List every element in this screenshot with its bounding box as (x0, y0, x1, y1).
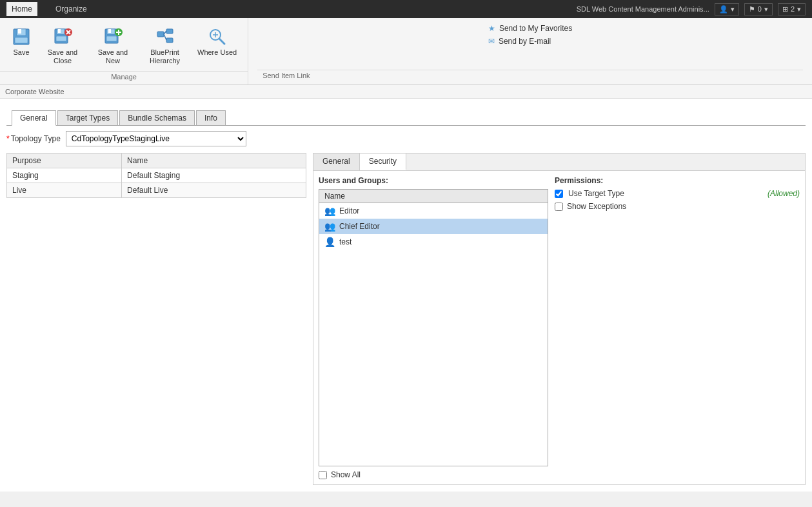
grid-icon: ⊞ (782, 5, 788, 14)
col-name: Name (122, 154, 306, 168)
send-favorites-button[interactable]: ★ Send to My Favorites (488, 22, 572, 35)
svg-rect-13 (108, 29, 111, 33)
required-star: * (6, 134, 10, 143)
flag-icon: ⚑ (749, 5, 755, 14)
permissions-list: Use Target Type (Allowed) (555, 189, 800, 198)
layout-split: Purpose Name Staging Default Staging Liv… (6, 153, 806, 485)
permission-item-use-target-type: Use Target Type (Allowed) (555, 189, 800, 198)
svg-rect-2 (18, 29, 21, 34)
user-button[interactable]: 👤 ▾ (715, 3, 739, 15)
save-close-label: Save and Close (43, 48, 82, 65)
users-list-header: Name (319, 190, 548, 203)
topology-type-label: Topology Type (11, 134, 61, 143)
svg-rect-18 (157, 32, 164, 37)
items-chevron: ▾ (797, 5, 801, 14)
right-panel: General Security Users and Groups: Name … (313, 153, 806, 485)
star-icon: ★ (488, 24, 495, 33)
inner-tabs: General Security (313, 154, 805, 171)
blueprint-button[interactable]: BluePrint Hierarchy (138, 23, 192, 68)
save-button[interactable]: Save (5, 23, 37, 59)
user-item-editor[interactable]: 👥 Editor (319, 203, 548, 219)
notifications-button[interactable]: ⚑ 0 ▾ (744, 3, 773, 15)
save-close-button[interactable]: Save and Close (37, 23, 88, 68)
save-icon (11, 26, 32, 47)
show-exceptions-label: Show Exceptions (567, 202, 626, 211)
items-count: 2 (791, 5, 795, 13)
svg-rect-3 (15, 37, 28, 43)
send-email-button[interactable]: ✉ Send by E-mail (488, 35, 572, 48)
tab-info[interactable]: Info (196, 110, 226, 125)
group-icon: 👥 (324, 221, 335, 232)
svg-rect-14 (106, 36, 117, 41)
users-panel: Users and Groups: Name 👥 Editor 👥 Chief … (319, 176, 548, 476)
inner-tab-security[interactable]: Security (360, 154, 406, 170)
permission-status: (Allowed) (767, 189, 800, 198)
topology-type-select[interactable]: CdTopologyTypeStagingLive (66, 131, 246, 146)
items-button[interactable]: ⊞ 2 ▾ (778, 3, 806, 15)
group-icon: 👥 (324, 206, 335, 216)
tab-home[interactable]: Home (6, 2, 37, 16)
tab-bundle-schemas[interactable]: Bundle Schemas (119, 110, 195, 125)
svg-rect-6 (58, 29, 61, 33)
tab-organize[interactable]: Organize (50, 2, 92, 16)
blueprint-label: BluePrint Hierarchy (144, 48, 186, 65)
table-row[interactable]: Live Default Live (7, 183, 306, 198)
where-used-icon (207, 26, 228, 47)
manage-section-label: Manage (0, 71, 248, 82)
top-bar-tabs: Home Organize (6, 2, 92, 16)
where-used-button[interactable]: Where Used (192, 23, 243, 59)
users-title: Users and Groups: (319, 176, 548, 185)
inner-tab-general[interactable]: General (313, 154, 360, 170)
row-name: Default Staging (122, 168, 306, 183)
save-new-label: Save and New (94, 48, 132, 65)
show-all-label: Show All (331, 470, 361, 479)
purpose-table: Purpose Name Staging Default Staging Liv… (6, 153, 306, 198)
user-icon: 👤 (719, 5, 728, 14)
user-name-chief: Chief Editor (339, 222, 380, 231)
save-new-icon (103, 26, 123, 47)
user-icon: 👤 (324, 237, 335, 247)
main-content: General Target Types Bundle Schemas Info… (0, 99, 812, 492)
show-all-checkbox[interactable] (319, 471, 327, 479)
breadcrumb: Corporate Website (0, 85, 812, 99)
svg-rect-7 (56, 36, 66, 41)
notif-chevron: ▾ (764, 5, 768, 14)
user-name-test: test (339, 237, 352, 246)
outer-tabs: General Target Types Bundle Schemas Info (6, 105, 806, 126)
ribbon-send-section: ★ Send to My Favorites ✉ Send by E-mail … (248, 18, 812, 84)
show-all-row: Show All (319, 470, 548, 479)
notifications-count: 0 (758, 5, 762, 13)
send-section-label: Send Item Link (257, 70, 803, 81)
permission-label: Use Target Type (568, 189, 624, 198)
col-purpose: Purpose (7, 154, 122, 168)
app-title: SDL Web Content Management Adminis... (577, 5, 709, 13)
ribbon-send-items: ★ Send to My Favorites ✉ Send by E-mail (488, 22, 572, 48)
send-favorites-label: Send to My Favorites (499, 24, 572, 33)
user-item-chief-editor[interactable]: 👥 Chief Editor (319, 219, 548, 234)
tab-target-types[interactable]: Target Types (57, 110, 118, 125)
blueprint-icon (155, 26, 175, 47)
svg-line-24 (219, 39, 224, 44)
row-purpose: Staging (7, 168, 122, 183)
email-icon: ✉ (488, 37, 495, 46)
left-panel: Purpose Name Staging Default Staging Liv… (6, 153, 306, 485)
top-bar: Home Organize SDL Web Content Management… (0, 0, 812, 18)
permission-checkbox[interactable] (555, 190, 563, 198)
user-chevron: ▾ (731, 5, 735, 14)
row-name: Default Live (122, 183, 306, 198)
name-column-header: Name (324, 192, 345, 201)
table-row[interactable]: Staging Default Staging (7, 168, 306, 183)
save-new-button[interactable]: Save and New (88, 23, 138, 68)
save-label: Save (13, 48, 29, 56)
svg-line-22 (164, 34, 166, 40)
users-list[interactable]: Name 👥 Editor 👥 Chief Editor 👤 test (319, 189, 548, 466)
save-close-icon (52, 26, 73, 47)
where-used-label: Where Used (197, 48, 237, 56)
svg-rect-19 (166, 29, 173, 34)
user-item-test[interactable]: 👤 test (319, 234, 548, 250)
top-bar-right: SDL Web Content Management Adminis... 👤 … (577, 3, 806, 15)
svg-rect-20 (166, 38, 173, 43)
tab-general[interactable]: General (12, 110, 56, 126)
user-name-editor: Editor (339, 206, 359, 215)
show-exceptions-checkbox[interactable] (555, 203, 563, 211)
